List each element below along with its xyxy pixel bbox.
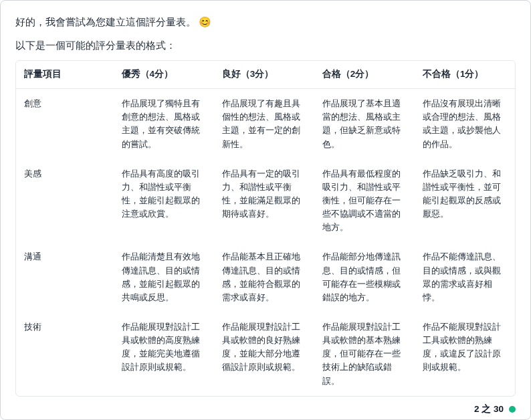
cell-l4: 作品能清楚且有效地傳達訊息、目的或情感，並能引起觀眾的共鳴或反思。 — [114, 242, 214, 312]
row-name: 技術 — [16, 312, 114, 396]
cell-l2: 作品展現了基本且適當的想法、風格或主題，但缺乏新意或特色。 — [314, 89, 415, 159]
row-name: 美感 — [16, 159, 114, 243]
message-card: 好的，我會嘗試為您建立這個評分量表。 😊 以下是一個可能的評分量表的格式： 評量… — [0, 0, 531, 420]
row-name: 溝通 — [16, 242, 114, 312]
subtitle-text: 以下是一個可能的評分量表的格式： — [15, 39, 516, 52]
cell-l4: 作品展現了獨特且有創意的想法、風格或主題，並有突破傳統的嘗試。 — [114, 89, 214, 159]
cell-l1: 作品不能展現對設計工具或軟體的熟練度，或違反了設計原則或規範。 — [415, 312, 515, 396]
page-indicator: 2 之 30 — [474, 403, 504, 415]
footer: 2 之 30 — [15, 397, 516, 415]
table-row: 溝通 作品能清楚且有效地傳達訊息、目的或情感，並能引起觀眾的共鳴或反思。 作品能… — [16, 242, 515, 312]
header-level-1: 不合格（1分） — [415, 61, 515, 88]
header-item: 評量項目 — [16, 61, 114, 88]
smile-emoji: 😊 — [199, 16, 211, 27]
cell-l1: 作品沒有展現出清晰或合理的想法、風格或主題，或抄襲他人的作品。 — [415, 89, 515, 159]
cell-l2: 作品能部分地傳達訊息、目的或情感，但可能存在一些模糊或錯誤的地方。 — [314, 242, 415, 312]
header-level-3: 良好（3分） — [214, 61, 314, 88]
table-row: 技術 作品能展現對設計工具或軟體的高度熟練度，並能完美地遵循設計原則或規範。 作… — [16, 312, 515, 396]
header-level-2: 合格（2分） — [314, 61, 415, 88]
cell-l2: 作品能展現對設計工具或軟體的基本熟練度，但可能存在一些技術上的缺陷或錯誤。 — [314, 312, 415, 396]
rubric-table-wrap: 評量項目 優秀（4分） 良好（3分） 合格（2分） 不合格（1分） 創意 作品展… — [15, 60, 516, 396]
cell-l1: 作品不能傳達訊息、目的或情感，或與觀眾的需求或喜好相悖。 — [415, 242, 515, 312]
rubric-table: 評量項目 優秀（4分） 良好（3分） 合格（2分） 不合格（1分） 創意 作品展… — [16, 61, 515, 395]
cell-l3: 作品具有一定的吸引力、和諧性或平衡性，並能滿足觀眾的期待或喜好。 — [214, 159, 314, 243]
header-level-4: 優秀（4分） — [114, 61, 214, 88]
cell-l3: 作品能基本且正確地傳達訊息、目的或情感，並能符合觀眾的需求或喜好。 — [214, 242, 314, 312]
intro-text: 好的，我會嘗試為您建立這個評分量表。 😊 — [15, 14, 516, 30]
cell-l4: 作品能展現對設計工具或軟體的高度熟練度，並能完美地遵循設計原則或規範。 — [114, 312, 214, 396]
cell-l4: 作品具有高度的吸引力、和諧性或平衡性，並能引起觀眾的注意或欣賞。 — [114, 159, 214, 243]
cell-l3: 作品能展現對設計工具或軟體的良好熟練度，並能大部分地遵循設計原則或規範。 — [214, 312, 314, 396]
table-row: 美感 作品具有高度的吸引力、和諧性或平衡性，並能引起觀眾的注意或欣賞。 作品具有… — [16, 159, 515, 243]
cell-l1: 作品缺乏吸引力、和諧性或平衡性，並可能引起觀眾的反感或厭惡。 — [415, 159, 515, 243]
status-dot-icon — [509, 406, 516, 413]
intro-sentence: 好的，我會嘗試為您建立這個評分量表。 — [15, 17, 196, 27]
cell-l3: 作品展現了有趣且具個性的想法、風格或主題，並有一定的創新性。 — [214, 89, 314, 159]
cell-l2: 作品具有最低程度的吸引力、和諧性或平衡性，但可能存在一些不協調或不適當的地方。 — [314, 159, 415, 243]
row-name: 創意 — [16, 89, 114, 159]
table-row: 創意 作品展現了獨特且有創意的想法、風格或主題，並有突破傳統的嘗試。 作品展現了… — [16, 89, 515, 159]
table-header-row: 評量項目 優秀（4分） 良好（3分） 合格（2分） 不合格（1分） — [16, 61, 515, 88]
